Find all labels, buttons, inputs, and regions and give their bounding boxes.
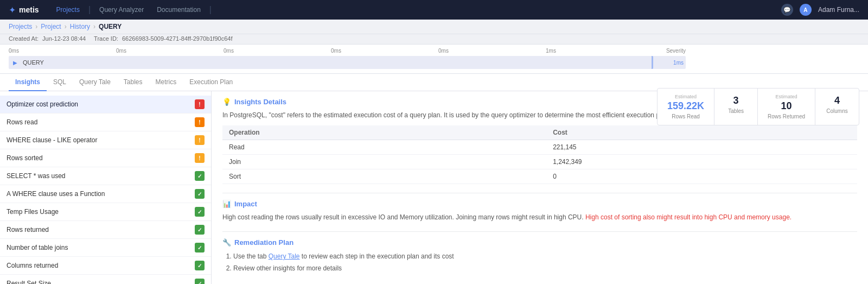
insight-table-joins-label: Number of table joins (7, 244, 68, 251)
remediation-icon: 🔧 (222, 238, 231, 247)
insight-where-function-badge: ✓ (195, 189, 205, 199)
tab-insights[interactable]: Insights (9, 74, 47, 91)
chat-icon[interactable]: 💬 (781, 4, 793, 16)
created-value: Jun-12-23 08:44 (42, 35, 86, 42)
insight-where-function[interactable]: A WHERE clause uses a Function ✓ (0, 185, 211, 203)
table-row: Read 221,145 (222, 140, 857, 155)
insight-temp-files[interactable]: Temp Files Usage ✓ (0, 203, 211, 221)
cost-read: 221,145 (546, 140, 857, 155)
cost-join: 1,242,349 (546, 155, 857, 169)
insight-columns-returned-badge: ✓ (195, 261, 205, 270)
divider-1 (222, 193, 857, 193)
stat-rows-returned: Estimated 10 Rows Returned (758, 89, 815, 125)
top-nav: ✦ metis Projects | Query Analyzer Docume… (0, 0, 868, 20)
op-sort: Sort (222, 169, 546, 184)
tab-metrics[interactable]: Metrics (149, 74, 183, 91)
timeline-col-severity: Severity (653, 48, 686, 54)
stat-tables-value: 3 (724, 95, 748, 107)
logo: ✦ metis (9, 5, 39, 15)
stat-rows-returned-value: 10 (768, 100, 805, 112)
breadcrumb-project[interactable]: Project (41, 23, 61, 30)
stat-rows-read-label-top: Estimated (667, 94, 704, 99)
insight-select-star[interactable]: SELECT * was used ✓ (0, 167, 211, 185)
nav-projects[interactable]: Projects (52, 6, 84, 14)
timeline-col-5: 1ms (546, 48, 653, 54)
insight-optimizer-cost-label: Optimizer cost prediction (7, 100, 78, 108)
insight-columns-returned-label: Columns returned (7, 262, 58, 269)
timeline-row-icon: ▶ (10, 57, 21, 68)
cost-table: Operation Cost Read 221,145 Join 1,242,3… (222, 125, 857, 184)
stat-rows-read-value: 159.22K (667, 100, 704, 112)
col-cost: Cost (546, 125, 857, 140)
left-panel: Optimizer cost prediction ! Rows read ! … (0, 91, 212, 284)
insight-rows-returned[interactable]: Rows returned ✓ (0, 221, 211, 239)
stat-rows-read-unit: Rows Read (667, 113, 704, 119)
insight-temp-files-badge: ✓ (195, 207, 205, 217)
insight-result-set-size[interactable]: Result Set Size ✓ (0, 275, 211, 284)
query-tale-link[interactable]: Query Tale (269, 253, 300, 260)
insight-optimizer-cost-badge: ! (195, 99, 205, 109)
tab-execution-plan[interactable]: Execution Plan (183, 74, 239, 91)
insight-rows-read[interactable]: Rows read ! (0, 113, 211, 131)
nav-documentation[interactable]: Documentation (152, 6, 205, 14)
nav-query-analyzer[interactable]: Query Analyzer (95, 6, 148, 14)
insight-rows-read-label: Rows read (7, 118, 37, 126)
logo-text: metis (19, 5, 39, 14)
table-row: Sort 0 (222, 169, 857, 184)
stats-area: Estimated 159.22K Rows Read 3 Tables Est… (657, 88, 859, 125)
remediation-list: Use the tab Query Tale to review each st… (222, 251, 857, 274)
insight-optimizer-cost[interactable]: Optimizer cost prediction ! (0, 96, 211, 113)
tab-sql[interactable]: SQL (47, 74, 73, 91)
insight-rows-sorted-label: Rows sorted (7, 154, 43, 162)
stat-columns: 4 Columns (815, 89, 859, 125)
impact-icon: 📊 (222, 200, 231, 208)
insight-table-joins[interactable]: Number of table joins ✓ (0, 239, 211, 257)
breadcrumb-current: QUERY (99, 23, 122, 30)
timeline-row-label: QUERY (21, 59, 686, 66)
insight-rows-sorted-badge: ! (195, 153, 205, 163)
trace-value: 66266983-5009-4271-84ff-2970b1f90c64f (122, 35, 232, 42)
remediation-step-1: Use the tab Query Tale to review each st… (233, 251, 857, 263)
insight-temp-files-label: Temp Files Usage (7, 208, 59, 216)
divider-2 (222, 231, 857, 232)
timeline-duration: 1ms (673, 60, 684, 66)
breadcrumb-projects[interactable]: Projects (9, 23, 32, 30)
insight-table-joins-badge: ✓ (195, 243, 205, 253)
insight-columns-returned[interactable]: Columns returned ✓ (0, 257, 211, 275)
created-label: Created At: (9, 35, 39, 42)
stat-columns-value: 4 (825, 95, 849, 107)
insights-icon: 💡 (222, 98, 231, 106)
stat-columns-unit: Columns (825, 108, 849, 114)
breadcrumb-sep-1: › (35, 23, 37, 30)
remediation-section: 🔧 Remediation Plan Use the tab Query Tal… (222, 238, 857, 274)
remediation-title: 🔧 Remediation Plan (222, 238, 857, 247)
timeline-col-2: 0ms (224, 48, 331, 54)
stat-rows-returned-label-top: Estimated (768, 94, 805, 99)
remediation-step-2: Review other insights for more details (233, 263, 857, 275)
stat-tables-unit: Tables (724, 108, 748, 114)
nav-sep-1: | (88, 5, 91, 15)
insight-select-star-badge: ✓ (195, 171, 205, 181)
impact-text: High cost reading the rows usually resul… (222, 212, 857, 223)
tab-query-tale[interactable]: Query Tale (73, 74, 117, 91)
timeline-container: 0ms 0ms 0ms 0ms 0ms 1ms Severity ▶ QUERY… (0, 45, 868, 69)
impact-section: 📊 Impact High cost reading the rows usua… (222, 200, 857, 223)
meta-row: Created At: Jun-12-23 08:44 Trace ID: 66… (0, 34, 868, 45)
trace-label: Trace ID: (94, 35, 118, 42)
breadcrumb-sep-2: › (65, 23, 67, 30)
op-join: Join (222, 155, 546, 169)
nav-sep-2: | (209, 5, 212, 15)
timeline-row[interactable]: ▶ QUERY 1ms (9, 56, 686, 69)
stat-rows-returned-unit: Rows Returned (768, 113, 805, 119)
breadcrumb-history[interactable]: History (70, 23, 90, 30)
cost-sort: 0 (546, 169, 857, 184)
insight-rows-sorted[interactable]: Rows sorted ! (0, 149, 211, 167)
tab-tables[interactable]: Tables (117, 74, 149, 91)
insight-rows-returned-badge: ✓ (195, 225, 205, 235)
avatar: A (800, 4, 812, 16)
timeline-col-4: 0ms (438, 48, 546, 54)
insight-where-like[interactable]: WHERE clause - LIKE operator ! (0, 131, 211, 149)
insight-where-like-label: WHERE clause - LIKE operator (7, 136, 97, 144)
user-name: Adam Furna... (818, 6, 859, 14)
table-row: Join 1,242,349 (222, 155, 857, 169)
